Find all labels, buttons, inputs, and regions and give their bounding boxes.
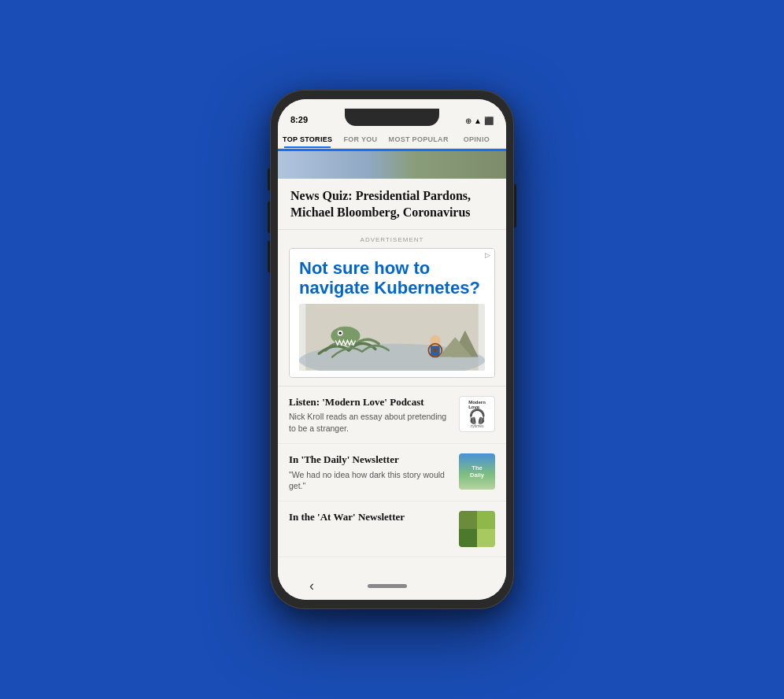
daily-thumb-text: TheDaily <box>470 464 484 479</box>
news-item-text-1: Listen: 'Modern Love' Podcast Nick Kroll… <box>289 396 451 434</box>
signal-icon: ▲ <box>474 116 482 125</box>
bottom-bar: ‹ <box>278 571 506 600</box>
news-item-title-3: In the 'At War' Newsletter <box>289 511 451 524</box>
battery-icon: ⬛ <box>484 116 494 125</box>
news-item-title-1: Listen: 'Modern Love' Podcast <box>289 396 451 409</box>
scroll-content: News Quiz: Presidential Pardons, Michael… <box>278 149 506 571</box>
image-strip <box>278 149 506 179</box>
headline-text: News Quiz: Presidential Pardons, Michael… <box>290 188 494 221</box>
volume-down-button <box>268 241 270 272</box>
svg-point-8 <box>338 332 341 335</box>
phone-mockup: 8:29 ⊕ ▲ ⬛ TOP STORIES FOR YOU MOST POPU… <box>270 90 514 609</box>
ad-box[interactable]: ▷ Not sure how to navigate Kubernetes? <box>289 248 495 378</box>
tab-top-stories[interactable]: TOP STORIES <box>281 129 334 148</box>
news-item-daily[interactable]: In 'The Daily' Newsletter "We had no ide… <box>278 444 506 501</box>
news-item-text-2: In 'The Daily' Newsletter "We had no ide… <box>289 453 451 491</box>
status-time: 8:29 <box>290 115 308 124</box>
ad-label: ADVERTISEMENT <box>289 236 495 243</box>
home-indicator[interactable] <box>368 584 407 588</box>
news-item-modern-love[interactable]: Listen: 'Modern Love' Podcast Nick Kroll… <box>278 386 506 444</box>
news-item-desc-1: Nick Kroll reads an essay about pretendi… <box>289 411 451 433</box>
svg-point-5 <box>433 349 437 353</box>
ad-content: Not sure how to navigate Kubernetes? <box>290 249 494 377</box>
news-item-thumb-1: ModernLove 🎧 nytimes <box>459 396 495 432</box>
ad-headline: Not sure how to navigate Kubernetes? <box>299 258 485 298</box>
wifi-icon: ⊕ <box>465 116 472 125</box>
volume-up-button <box>268 202 270 233</box>
ad-section: ADVERTISEMENT ▷ Not sure how to navigate… <box>278 230 506 386</box>
thumb-quadrant-2 <box>477 511 495 529</box>
news-item-at-war[interactable]: In the 'At War' Newsletter <box>278 501 506 557</box>
svg-point-6 <box>331 327 360 346</box>
ad-info-icon: ▷ <box>485 251 490 259</box>
status-icons: ⊕ ▲ ⬛ <box>465 116 494 125</box>
notch <box>345 109 439 126</box>
thumb-quadrant-4 <box>477 529 495 547</box>
news-item-thumb-3 <box>459 511 495 547</box>
news-item-desc-2: "We had no idea how dark this story woul… <box>289 469 451 491</box>
power-button <box>514 184 516 227</box>
tab-most-popular[interactable]: MOST POPULAR <box>387 129 450 148</box>
tab-opinion[interactable]: OPINIO <box>450 129 503 148</box>
ad-illustration <box>299 304 485 370</box>
mute-button <box>268 168 270 190</box>
news-item-title-2: In 'The Daily' Newsletter <box>289 453 451 467</box>
thumb-quadrant-3 <box>459 529 477 547</box>
nav-tabs: TOP STORIES FOR YOU MOST POPULAR OPINIO <box>278 129 506 149</box>
tab-for-you[interactable]: FOR YOU <box>334 129 386 148</box>
headline-section[interactable]: News Quiz: Presidential Pardons, Michael… <box>278 179 506 230</box>
back-button[interactable]: ‹ <box>309 578 314 594</box>
phone-screen: 8:29 ⊕ ▲ ⬛ TOP STORIES FOR YOU MOST POPU… <box>278 99 506 600</box>
news-item-text-3: In the 'At War' Newsletter <box>289 511 451 527</box>
news-item-thumb-2: TheDaily <box>459 453 495 490</box>
thumb-quadrant-1 <box>459 511 477 529</box>
